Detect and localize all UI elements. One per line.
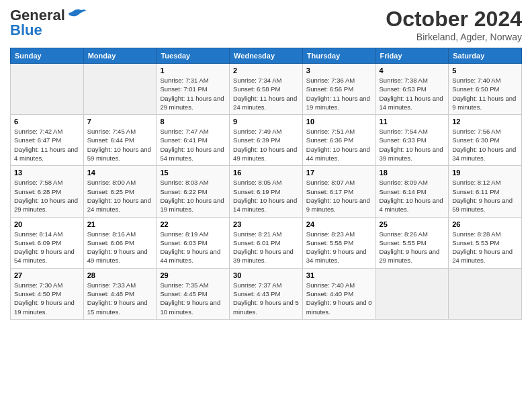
day-info: Sunrise: 7:34 AMSunset: 6:58 PMDaylight:… xyxy=(233,76,299,111)
day-of-week-header: Sunday xyxy=(11,48,84,64)
day-number: 17 xyxy=(306,169,372,177)
day-info: Sunrise: 7:30 AMSunset: 4:50 PMDaylight:… xyxy=(14,281,80,316)
calendar-cell: 16Sunrise: 8:05 AMSunset: 6:19 PMDayligh… xyxy=(230,166,303,217)
logo-bird-icon xyxy=(66,7,87,21)
day-of-week-header: Monday xyxy=(83,48,157,64)
day-number: 14 xyxy=(87,169,153,177)
day-info: Sunrise: 7:31 AMSunset: 7:01 PMDaylight:… xyxy=(160,76,226,111)
calendar-cell: 3Sunrise: 7:36 AMSunset: 6:56 PMDaylight… xyxy=(302,64,375,115)
day-number: 3 xyxy=(306,66,372,75)
calendar-cell: 27Sunrise: 7:30 AMSunset: 4:50 PMDayligh… xyxy=(11,268,84,319)
day-info: Sunrise: 7:42 AMSunset: 6:47 PMDaylight:… xyxy=(14,127,80,163)
calendar-cell xyxy=(449,268,522,319)
day-number: 6 xyxy=(14,118,80,126)
day-info: Sunrise: 7:37 AMSunset: 4:43 PMDaylight:… xyxy=(233,281,299,316)
day-number: 26 xyxy=(452,220,518,228)
logo: General Blue xyxy=(10,7,87,39)
day-info: Sunrise: 8:09 AMSunset: 6:14 PMDaylight:… xyxy=(380,178,445,214)
day-number: 2 xyxy=(233,66,299,75)
calendar-cell: 10Sunrise: 7:51 AMSunset: 6:36 PMDayligh… xyxy=(302,115,375,166)
day-number: 21 xyxy=(87,220,153,228)
day-number: 27 xyxy=(14,271,80,279)
day-number: 7 xyxy=(87,118,153,126)
calendar-cell: 28Sunrise: 7:33 AMSunset: 4:48 PMDayligh… xyxy=(83,268,157,319)
calendar-cell: 9Sunrise: 7:49 AMSunset: 6:39 PMDaylight… xyxy=(230,115,303,166)
day-number: 22 xyxy=(160,220,226,228)
day-number: 9 xyxy=(233,118,299,126)
calendar-cell: 5Sunrise: 7:40 AMSunset: 6:50 PMDaylight… xyxy=(449,64,522,115)
calendar-cell: 31Sunrise: 7:40 AMSunset: 4:40 PMDayligh… xyxy=(302,268,375,319)
calendar-cell: 30Sunrise: 7:37 AMSunset: 4:43 PMDayligh… xyxy=(230,268,303,319)
day-number: 11 xyxy=(380,118,445,126)
day-info: Sunrise: 8:03 AMSunset: 6:22 PMDaylight:… xyxy=(160,178,226,214)
day-number: 30 xyxy=(233,271,299,279)
calendar-cell: 14Sunrise: 8:00 AMSunset: 6:25 PMDayligh… xyxy=(83,166,157,217)
day-info: Sunrise: 8:26 AMSunset: 5:55 PMDaylight:… xyxy=(380,230,445,265)
calendar-cell: 18Sunrise: 8:09 AMSunset: 6:14 PMDayligh… xyxy=(375,166,449,217)
day-info: Sunrise: 7:51 AMSunset: 6:36 PMDaylight:… xyxy=(306,127,372,163)
day-number: 12 xyxy=(452,118,518,126)
day-info: Sunrise: 7:54 AMSunset: 6:33 PMDaylight:… xyxy=(380,127,445,163)
calendar-header-row: SundayMondayTuesdayWednesdayThursdayFrid… xyxy=(11,48,522,64)
calendar-cell: 4Sunrise: 7:38 AMSunset: 6:53 PMDaylight… xyxy=(375,64,449,115)
day-of-week-header: Thursday xyxy=(302,48,375,64)
day-number: 4 xyxy=(380,66,445,75)
day-number: 29 xyxy=(160,271,226,279)
day-info: Sunrise: 8:28 AMSunset: 5:53 PMDaylight:… xyxy=(452,230,518,265)
day-info: Sunrise: 7:47 AMSunset: 6:41 PMDaylight:… xyxy=(160,127,226,163)
calendar-cell xyxy=(375,268,449,319)
day-number: 10 xyxy=(306,118,372,126)
day-info: Sunrise: 8:12 AMSunset: 6:11 PMDaylight:… xyxy=(452,178,518,214)
day-number: 1 xyxy=(160,66,226,75)
calendar-cell: 12Sunrise: 7:56 AMSunset: 6:30 PMDayligh… xyxy=(449,115,522,166)
calendar-table: SundayMondayTuesdayWednesdayThursdayFrid… xyxy=(10,48,522,320)
calendar-cell: 19Sunrise: 8:12 AMSunset: 6:11 PMDayligh… xyxy=(449,166,522,217)
day-info: Sunrise: 8:21 AMSunset: 6:01 PMDaylight:… xyxy=(233,230,299,265)
day-number: 19 xyxy=(452,169,518,177)
day-info: Sunrise: 8:14 AMSunset: 6:09 PMDaylight:… xyxy=(14,230,80,265)
day-info: Sunrise: 7:33 AMSunset: 4:48 PMDaylight:… xyxy=(87,281,153,316)
calendar-cell: 6Sunrise: 7:42 AMSunset: 6:47 PMDaylight… xyxy=(11,115,84,166)
day-of-week-header: Wednesday xyxy=(230,48,303,64)
location: Birkeland, Agder, Norway xyxy=(386,32,522,42)
day-info: Sunrise: 7:40 AMSunset: 4:40 PMDaylight:… xyxy=(306,281,372,316)
calendar-week-row: 20Sunrise: 8:14 AMSunset: 6:09 PMDayligh… xyxy=(11,217,522,268)
month-title: October 2024 xyxy=(386,7,522,32)
day-info: Sunrise: 8:00 AMSunset: 6:25 PMDaylight:… xyxy=(87,178,153,214)
calendar-cell: 20Sunrise: 8:14 AMSunset: 6:09 PMDayligh… xyxy=(11,217,84,268)
day-info: Sunrise: 8:19 AMSunset: 6:03 PMDaylight:… xyxy=(160,230,226,265)
day-number: 24 xyxy=(306,220,372,228)
calendar-cell xyxy=(11,64,84,115)
day-number: 5 xyxy=(452,66,518,75)
calendar-week-row: 13Sunrise: 7:58 AMSunset: 6:28 PMDayligh… xyxy=(11,166,522,217)
calendar-cell: 23Sunrise: 8:21 AMSunset: 6:01 PMDayligh… xyxy=(230,217,303,268)
calendar-cell: 7Sunrise: 7:45 AMSunset: 6:44 PMDaylight… xyxy=(83,115,157,166)
calendar-cell: 26Sunrise: 8:28 AMSunset: 5:53 PMDayligh… xyxy=(449,217,522,268)
day-info: Sunrise: 7:36 AMSunset: 6:56 PMDaylight:… xyxy=(306,76,372,111)
day-number: 8 xyxy=(160,118,226,126)
calendar-cell: 17Sunrise: 8:07 AMSunset: 6:17 PMDayligh… xyxy=(302,166,375,217)
calendar-cell: 29Sunrise: 7:35 AMSunset: 4:45 PMDayligh… xyxy=(157,268,230,319)
calendar-cell: 8Sunrise: 7:47 AMSunset: 6:41 PMDaylight… xyxy=(157,115,230,166)
calendar-week-row: 6Sunrise: 7:42 AMSunset: 6:47 PMDaylight… xyxy=(11,115,522,166)
calendar-cell: 15Sunrise: 8:03 AMSunset: 6:22 PMDayligh… xyxy=(157,166,230,217)
calendar-cell: 2Sunrise: 7:34 AMSunset: 6:58 PMDaylight… xyxy=(230,64,303,115)
calendar-week-row: 1Sunrise: 7:31 AMSunset: 7:01 PMDaylight… xyxy=(11,64,522,115)
day-info: Sunrise: 7:35 AMSunset: 4:45 PMDaylight:… xyxy=(160,281,226,316)
day-info: Sunrise: 7:56 AMSunset: 6:30 PMDaylight:… xyxy=(452,127,518,163)
calendar-week-row: 27Sunrise: 7:30 AMSunset: 4:50 PMDayligh… xyxy=(11,268,522,319)
calendar-cell: 24Sunrise: 8:23 AMSunset: 5:58 PMDayligh… xyxy=(302,217,375,268)
logo-blue: Blue xyxy=(10,21,42,39)
day-info: Sunrise: 8:16 AMSunset: 6:06 PMDaylight:… xyxy=(87,230,153,265)
calendar-cell: 13Sunrise: 7:58 AMSunset: 6:28 PMDayligh… xyxy=(11,166,84,217)
calendar-cell xyxy=(83,64,157,115)
day-number: 13 xyxy=(14,169,80,177)
day-of-week-header: Tuesday xyxy=(157,48,230,64)
day-of-week-header: Saturday xyxy=(449,48,522,64)
calendar-cell: 11Sunrise: 7:54 AMSunset: 6:33 PMDayligh… xyxy=(375,115,449,166)
day-number: 28 xyxy=(87,271,153,279)
day-info: Sunrise: 8:07 AMSunset: 6:17 PMDaylight:… xyxy=(306,178,372,214)
calendar-cell: 21Sunrise: 8:16 AMSunset: 6:06 PMDayligh… xyxy=(83,217,157,268)
day-info: Sunrise: 7:45 AMSunset: 6:44 PMDaylight:… xyxy=(87,127,153,163)
day-info: Sunrise: 8:05 AMSunset: 6:19 PMDaylight:… xyxy=(233,178,299,214)
